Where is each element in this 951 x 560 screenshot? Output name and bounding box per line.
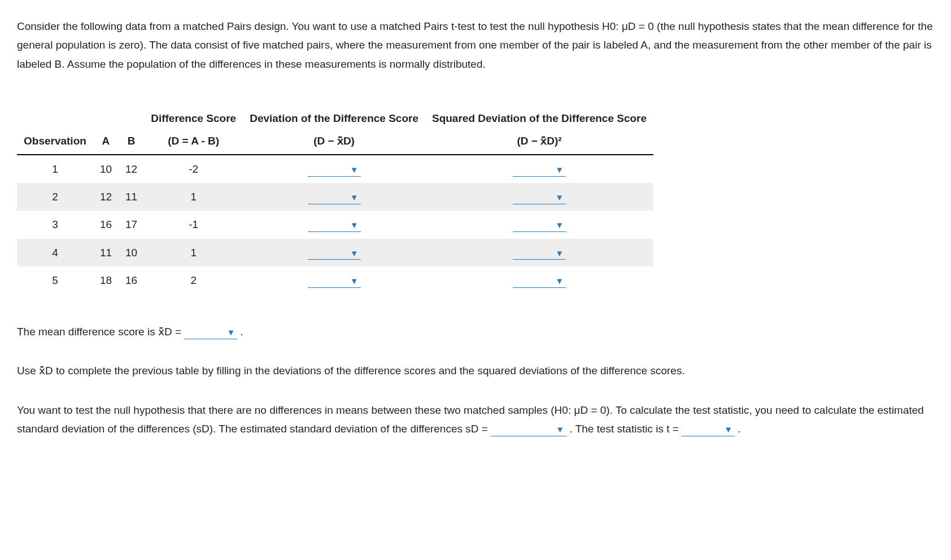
cell-obs: 3 <box>17 211 93 238</box>
cell-a: 18 <box>93 266 119 294</box>
squared-dev-dropdown[interactable]: ▼ <box>513 218 566 232</box>
cell-b: 10 <box>119 239 144 266</box>
deviation-dropdown[interactable]: ▼ <box>308 274 361 288</box>
chevron-down-icon: ▼ <box>555 165 564 175</box>
chevron-down-icon: ▼ <box>555 193 564 203</box>
chevron-down-icon: ▼ <box>350 165 359 175</box>
sd-dropdown[interactable]: ▼ <box>491 423 566 436</box>
cell-d: -2 <box>144 155 243 183</box>
squared-dev-dropdown[interactable]: ▼ <box>513 163 566 177</box>
col-diff-sub: (D = A - B) <box>144 130 243 155</box>
cell-a: 12 <box>93 183 119 211</box>
cell-obs: 5 <box>17 266 93 294</box>
col-dev-sub: (D − x̄D) <box>243 130 425 155</box>
table-row: 3 16 17 -1 ▼ ▼ <box>17 211 653 238</box>
col-dev-top: Deviation of the Difference Score <box>243 107 425 130</box>
col-a: A <box>93 130 119 155</box>
cell-obs: 4 <box>17 239 93 266</box>
deviation-dropdown[interactable]: ▼ <box>308 218 361 232</box>
chevron-down-icon: ▼ <box>350 193 359 203</box>
deviation-dropdown[interactable]: ▼ <box>308 191 361 204</box>
mean-diff-post: . <box>237 326 243 338</box>
chevron-down-icon: ▼ <box>350 220 359 230</box>
squared-dev-dropdown[interactable]: ▼ <box>513 247 566 260</box>
instr3-pre: You want to test the null hypothesis tha… <box>17 404 924 435</box>
squared-dev-dropdown[interactable]: ▼ <box>513 274 566 288</box>
cell-b: 12 <box>119 155 144 183</box>
mean-diff-line: The mean difference score is x̄D = ▼ . <box>17 322 934 341</box>
data-table: Difference Score Deviation of the Differ… <box>17 107 653 294</box>
table-row: 5 18 16 2 ▼ ▼ <box>17 266 653 294</box>
cell-b: 17 <box>119 211 144 238</box>
t-stat-dropdown[interactable]: ▼ <box>682 423 735 436</box>
chevron-down-icon: ▼ <box>556 425 564 435</box>
chevron-down-icon: ▼ <box>555 220 564 230</box>
col-b: B <box>119 130 144 155</box>
col-sq-sub: (D − x̄D)² <box>425 130 653 155</box>
deviation-dropdown[interactable]: ▼ <box>308 247 361 260</box>
instructions-test-stat: You want to test the null hypothesis tha… <box>17 401 934 439</box>
chevron-down-icon: ▼ <box>226 327 235 338</box>
mean-diff-dropdown[interactable]: ▼ <box>184 326 237 339</box>
col-diff-top: Difference Score <box>144 107 243 130</box>
table-row: 4 11 10 1 ▼ ▼ <box>17 239 653 266</box>
cell-d: 1 <box>144 183 243 211</box>
table-row: 1 10 12 -2 ▼ ▼ <box>17 155 653 183</box>
table-row: 2 12 11 1 ▼ ▼ <box>17 183 653 211</box>
chevron-down-icon: ▼ <box>350 248 359 259</box>
chevron-down-icon: ▼ <box>555 276 564 286</box>
cell-b: 11 <box>119 183 144 211</box>
chevron-down-icon: ▼ <box>350 276 359 286</box>
instructions-fill-table: Use x̄D to complete the previous table b… <box>17 361 934 380</box>
deviation-dropdown[interactable]: ▼ <box>308 163 361 177</box>
cell-d: 1 <box>144 239 243 266</box>
chevron-down-icon: ▼ <box>555 248 564 259</box>
cell-a: 11 <box>93 239 119 266</box>
instr3-mid: . The test statistic is t = <box>566 423 682 435</box>
squared-dev-dropdown[interactable]: ▼ <box>513 191 566 204</box>
cell-d: -1 <box>144 211 243 238</box>
col-obs: Observation <box>17 130 93 155</box>
intro-paragraph: Consider the following data from a match… <box>17 17 934 73</box>
cell-a: 16 <box>93 211 119 238</box>
cell-d: 2 <box>144 266 243 294</box>
cell-a: 10 <box>93 155 119 183</box>
cell-obs: 1 <box>17 155 93 183</box>
mean-diff-text: The mean difference score is x̄D = <box>17 326 184 338</box>
chevron-down-icon: ▼ <box>724 425 732 435</box>
cell-b: 16 <box>119 266 144 294</box>
cell-obs: 2 <box>17 183 93 211</box>
instr3-post: . <box>735 423 741 435</box>
col-sq-top: Squared Deviation of the Difference Scor… <box>425 107 653 130</box>
